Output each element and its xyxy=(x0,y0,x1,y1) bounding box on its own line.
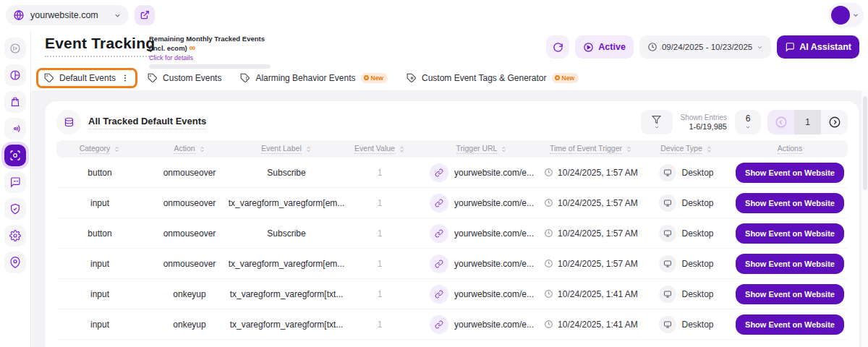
sort-icon xyxy=(626,146,632,153)
column-header-event-value[interactable]: Event Value xyxy=(337,144,422,154)
sort-icon xyxy=(399,146,405,153)
cell-trigger-url[interactable]: yourwebsite.com/e... xyxy=(422,254,541,273)
show-event-button[interactable]: Show Event on Website xyxy=(736,284,844,304)
tracking-status-button[interactable]: Active xyxy=(575,35,634,59)
tab-label: Custom Event Tags & Generator xyxy=(422,73,547,83)
privacy-shield-icon[interactable] xyxy=(4,198,26,220)
previous-page-button[interactable] xyxy=(767,110,794,134)
website-label: yourwebsite.com xyxy=(30,10,108,20)
desktop-icon xyxy=(659,194,676,212)
badge-dot-icon xyxy=(364,75,369,80)
page-header: Event Tracking Remaining Monthly Tracked… xyxy=(32,30,868,65)
cell-device-type: Desktop xyxy=(641,225,732,242)
scrollbar xyxy=(861,90,868,347)
show-event-button[interactable]: Show Event on Website xyxy=(736,223,844,244)
cell-trigger-url[interactable]: yourwebsite.com/e... xyxy=(422,224,541,243)
clock-icon xyxy=(544,259,553,268)
tracking-status-label: Active xyxy=(598,42,626,52)
cell-category: button xyxy=(56,168,143,178)
show-event-button[interactable]: Show Event on Website xyxy=(736,254,844,274)
date-range-picker[interactable]: 09/24/2025 - 10/23/2025 xyxy=(639,35,771,59)
link-icon xyxy=(430,315,448,334)
scrollbar-thumb[interactable] xyxy=(863,96,867,190)
cell-action: onkeyup xyxy=(143,289,236,299)
tab-alarming-behavior-events[interactable]: Alarming Behavior Events New xyxy=(231,68,396,88)
cell-event-value: 1 xyxy=(337,168,422,178)
tag-icon xyxy=(148,73,158,83)
cell-category: button xyxy=(56,228,143,239)
column-header-category[interactable]: Category xyxy=(56,144,143,154)
cell-device-type: Desktop xyxy=(641,316,732,333)
event-tracking-target-icon[interactable] xyxy=(4,145,26,166)
settings-gear-icon[interactable] xyxy=(4,225,26,247)
tag-generator-icon xyxy=(407,73,417,83)
funnel-icon xyxy=(652,115,661,124)
click-for-details-link[interactable]: Click for details xyxy=(149,54,278,61)
cell-device-type: Desktop xyxy=(641,255,732,273)
ai-assistant-button[interactable]: AI Assistant xyxy=(777,35,859,59)
sidebar-collapse-icon[interactable] xyxy=(4,38,26,59)
column-header-trigger-url[interactable]: Trigger URL xyxy=(422,144,541,154)
desktop-icon xyxy=(659,164,676,181)
cell-actions: Show Event on Website xyxy=(732,314,848,335)
desktop-icon xyxy=(659,316,676,333)
link-icon xyxy=(430,163,448,182)
table-row: input onkeyup tx_varegform_varegform[txt… xyxy=(56,309,848,340)
filter-button[interactable] xyxy=(641,110,673,134)
page-title: Event Tracking xyxy=(45,35,155,57)
show-event-button[interactable]: Show Event on Website xyxy=(736,314,844,335)
tab-label: Default Events xyxy=(59,73,116,83)
main-area: Event Tracking Remaining Monthly Tracked… xyxy=(32,30,868,347)
next-page-button[interactable] xyxy=(821,110,848,134)
location-pin-icon[interactable] xyxy=(4,252,26,273)
desktop-icon xyxy=(659,225,676,242)
chevron-down-icon xyxy=(852,12,859,19)
clock-icon xyxy=(647,42,658,52)
ecommerce-bag-icon[interactable] xyxy=(4,91,26,113)
cell-action: onmouseover xyxy=(143,228,236,239)
cell-actions: Show Event on Website xyxy=(732,254,848,274)
show-event-button[interactable]: Show Event on Website xyxy=(736,163,844,183)
ai-assistant-label: AI Assistant xyxy=(799,42,851,52)
cell-actions: Show Event on Website xyxy=(732,223,848,244)
kebab-menu-icon[interactable] xyxy=(121,74,129,82)
tab-default-events[interactable]: Default Events xyxy=(36,68,137,88)
cell-trigger-url[interactable]: yourwebsite.com/e... xyxy=(422,285,541,304)
chevron-down-icon xyxy=(757,44,763,51)
open-website-button[interactable] xyxy=(135,5,155,25)
cell-trigger-url[interactable]: yourwebsite.com/e... xyxy=(422,315,541,334)
refresh-button[interactable] xyxy=(546,35,569,59)
feedback-chat-icon[interactable] xyxy=(4,171,26,193)
alarm-tag-icon xyxy=(240,73,250,83)
account-menu[interactable] xyxy=(828,3,864,27)
shown-entries-label: Shown Entries xyxy=(681,113,727,121)
header-actions: Active 09/24/2025 - 10/23/2025 AI Assist… xyxy=(546,35,859,59)
cell-device-type: Desktop xyxy=(641,286,732,303)
column-header-event-label[interactable]: Event Label xyxy=(236,144,337,154)
clock-icon xyxy=(544,168,553,177)
website-selector[interactable]: yourwebsite.com xyxy=(6,5,129,25)
tab-custom-event-tags-generator[interactable]: Custom Event Tags & Generator New xyxy=(398,68,587,88)
column-header-time[interactable]: Time of Event Trigger xyxy=(541,144,641,154)
recordings-radar-icon[interactable] xyxy=(4,118,26,140)
column-header-action[interactable]: Action xyxy=(143,144,236,154)
cell-trigger-url[interactable]: yourwebsite.com/e... xyxy=(422,163,541,182)
dashboard-pie-icon[interactable] xyxy=(4,64,26,86)
tab-custom-events[interactable]: Custom Events xyxy=(139,68,230,88)
clock-icon xyxy=(544,289,553,299)
cell-action: onmouseover xyxy=(143,259,236,269)
cell-event-label: tx_varegform_varegform[txt... xyxy=(236,320,337,330)
cell-category: input xyxy=(56,198,143,208)
cell-trigger-url[interactable]: yourwebsite.com/e... xyxy=(422,194,541,213)
chevron-down-icon xyxy=(654,124,660,130)
globe-icon xyxy=(13,9,25,21)
refresh-icon xyxy=(553,42,563,53)
show-event-button[interactable]: Show Event on Website xyxy=(736,193,844,213)
column-header-device-type[interactable]: Device Type xyxy=(641,144,732,154)
cell-time: 10/24/2025, 1:57 AM xyxy=(541,198,641,208)
tab-label: Alarming Behavior Events xyxy=(255,73,355,83)
new-badge: New xyxy=(552,73,579,83)
cell-time: 10/24/2025, 1:57 AM xyxy=(541,259,641,269)
external-link-icon xyxy=(140,10,150,20)
page-size-select[interactable]: 6 xyxy=(735,110,761,134)
